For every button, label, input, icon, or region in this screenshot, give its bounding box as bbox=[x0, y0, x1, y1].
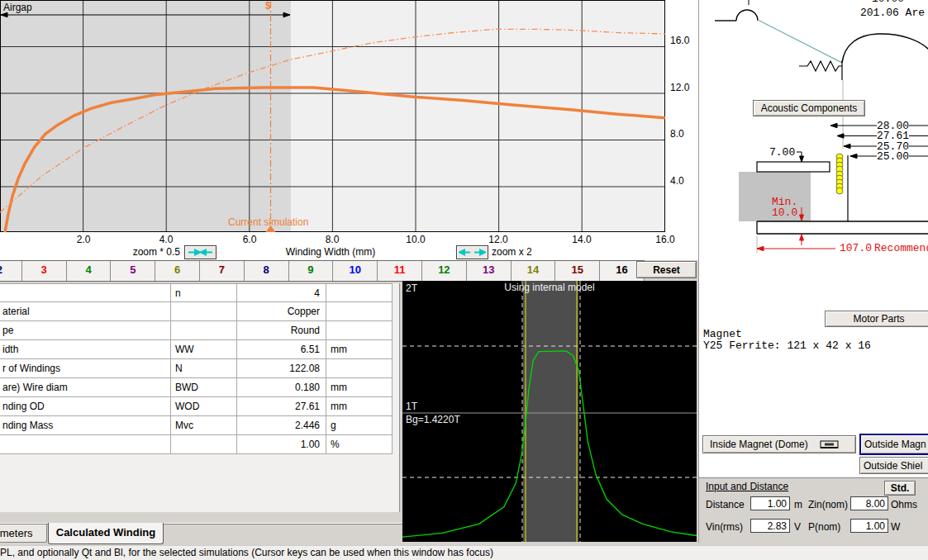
current-simulation-caption: Current simulation bbox=[228, 216, 308, 228]
table-row: n 4 bbox=[0, 283, 399, 302]
pnom-label: P(nom) bbox=[808, 521, 840, 533]
zin-label: Zin(nom) bbox=[808, 499, 848, 510]
sim-tab-4[interactable]: 4 bbox=[67, 261, 112, 281]
row-value: Round bbox=[237, 321, 326, 340]
x-tick: 8.0 bbox=[314, 234, 350, 245]
table-row: 1.00 % bbox=[0, 435, 399, 454]
row-unit bbox=[326, 302, 393, 321]
zoom-out-button[interactable] bbox=[184, 245, 217, 259]
row-unit: g bbox=[326, 416, 393, 435]
row-symbol bbox=[171, 435, 237, 454]
magnet-spec: Y25 Ferrite: 121 x 42 x 16 bbox=[703, 339, 871, 352]
surround-arc bbox=[736, 10, 758, 21]
sim-tab-3[interactable]: 3 bbox=[22, 261, 67, 281]
zoom-in-button[interactable] bbox=[456, 245, 488, 259]
sim-tab-2[interactable]: 2 bbox=[0, 261, 22, 281]
sim-tab-10[interactable]: 10 bbox=[333, 261, 378, 281]
magnet-gap-icon bbox=[820, 439, 840, 449]
row-symbol: WW bbox=[171, 340, 237, 359]
status-text: PL, and optionally Qt and Bl, for the se… bbox=[0, 547, 493, 558]
input-and-distance-panel: Input and Distance Std. Distance m Zin(n… bbox=[698, 477, 928, 543]
distance-label: Distance bbox=[706, 499, 745, 510]
row-unit: % bbox=[326, 435, 393, 454]
row-unit bbox=[326, 359, 393, 378]
row-label: aterial bbox=[0, 302, 171, 321]
acoustic-components-button[interactable]: Acoustic Components bbox=[753, 100, 865, 116]
winding-width-chart: Airgap $ Current simulation 2.0 4.0 6.0 … bbox=[0, 0, 698, 260]
inside-magnet-button[interactable]: Inside Magnet (Dome) bbox=[702, 435, 856, 453]
tab-calculated-winding[interactable]: Calculated Winding bbox=[48, 523, 164, 544]
distance-unit: m bbox=[794, 499, 802, 510]
row-symbol: BWD bbox=[171, 378, 237, 397]
sim-tab-12[interactable]: 12 bbox=[422, 261, 467, 281]
sim-tab-6[interactable]: 6 bbox=[155, 261, 200, 281]
flux-density-chart[interactable]: 2T Using internal model 1T Bg=1.4220T bbox=[402, 281, 697, 542]
row-value: 27.61 bbox=[237, 397, 326, 416]
flux-mid-mark: 1T bbox=[406, 401, 417, 412]
chart-corner-label: Airgap bbox=[3, 2, 32, 13]
app-window: Airgap $ Current simulation 2.0 4.0 6.0 … bbox=[0, 0, 928, 560]
row-value: 6.51 bbox=[237, 340, 326, 359]
table-row: pe Round bbox=[0, 321, 399, 340]
reset-button[interactable]: Reset bbox=[636, 261, 697, 278]
row-label: are) Wire diam bbox=[0, 378, 171, 397]
x-axis-label: Winding Width (mm) bbox=[248, 246, 413, 258]
sim-tab-5[interactable]: 5 bbox=[111, 261, 155, 281]
dim-107: 107.0 bbox=[840, 243, 872, 254]
pnom-input[interactable] bbox=[850, 519, 888, 533]
outside-shield-button[interactable]: Outside Shiel bbox=[859, 457, 928, 474]
row-label: nding OD bbox=[0, 397, 171, 416]
voice-coil-windings bbox=[836, 154, 843, 194]
sim-tab-7[interactable]: 7 bbox=[200, 261, 245, 281]
magnet-title: Magnet bbox=[703, 328, 742, 340]
cursor-handle-symbol[interactable]: $ bbox=[265, 0, 271, 12]
zin-input[interactable] bbox=[850, 496, 888, 510]
x-tick: 10.0 bbox=[397, 234, 434, 245]
x-tick: 4.0 bbox=[148, 234, 184, 245]
y-tick: 16.0 bbox=[670, 35, 698, 46]
sim-tab-14[interactable]: 14 bbox=[512, 261, 556, 281]
inside-magnet-label: Inside Magnet (Dome) bbox=[710, 439, 808, 450]
row-label: r of Windings bbox=[0, 359, 171, 378]
status-bar: PL, and optionally Qt and Bl, for the se… bbox=[0, 545, 928, 560]
row-unit: mm bbox=[326, 340, 393, 359]
row-unit: mm bbox=[326, 397, 393, 416]
table-row: are) Wire diam BWD 0.180 mm bbox=[0, 378, 399, 397]
sim-tab-8[interactable]: 8 bbox=[245, 261, 289, 281]
vin-input[interactable] bbox=[750, 519, 790, 533]
motor-drawing-panel: 10.00 201.06 Are Acoustic Components 28.… bbox=[698, 0, 928, 477]
row-symbol: N bbox=[171, 359, 237, 378]
distance-input[interactable] bbox=[750, 496, 790, 510]
table-row: aterial Copper bbox=[0, 302, 399, 321]
row-value: 0.180 bbox=[237, 378, 326, 397]
flux-model-label: Using internal model bbox=[492, 282, 607, 293]
arrows-expand-icon bbox=[459, 248, 486, 257]
row-label bbox=[0, 435, 171, 454]
row-value: 4 bbox=[237, 283, 326, 302]
std-button[interactable]: Std. bbox=[884, 481, 916, 496]
sim-tab-13[interactable]: 13 bbox=[467, 261, 512, 281]
sim-tab-15[interactable]: 15 bbox=[555, 261, 600, 281]
tab-parameters[interactable]: ameters bbox=[0, 524, 47, 543]
winding-chart-canvas[interactable] bbox=[0, 0, 698, 260]
sim-tab-11[interactable]: 11 bbox=[378, 261, 422, 281]
dim-7-00: 7.00 bbox=[769, 147, 795, 158]
x-tick: 16.0 bbox=[647, 234, 683, 245]
y-tick: 4.0 bbox=[670, 175, 698, 187]
row-unit bbox=[326, 321, 393, 340]
table-row: nding Mass Mvc 2.446 g bbox=[0, 416, 399, 435]
row-label bbox=[0, 283, 171, 302]
x-tick: 12.0 bbox=[480, 234, 516, 245]
dim-25-00: 25.00 bbox=[877, 151, 909, 162]
y-tick: 12.0 bbox=[670, 82, 698, 93]
cone-area-value: 201.06 Are bbox=[860, 7, 925, 19]
zin-unit: Ohms bbox=[891, 499, 917, 510]
row-label: pe bbox=[0, 321, 171, 340]
row-unit bbox=[326, 283, 393, 302]
sim-tab-9[interactable]: 9 bbox=[289, 261, 334, 281]
outside-magnet-button[interactable]: Outside Magn bbox=[859, 434, 928, 455]
row-value: 1.00 bbox=[237, 435, 326, 454]
motor-parts-button[interactable]: Motor Parts bbox=[825, 311, 928, 327]
simulation-tab-row: 2 3 4 5 6 7 8 9 10 11 12 13 14 15 16 bbox=[0, 260, 645, 282]
recommended-label: Recommende bbox=[874, 243, 928, 254]
